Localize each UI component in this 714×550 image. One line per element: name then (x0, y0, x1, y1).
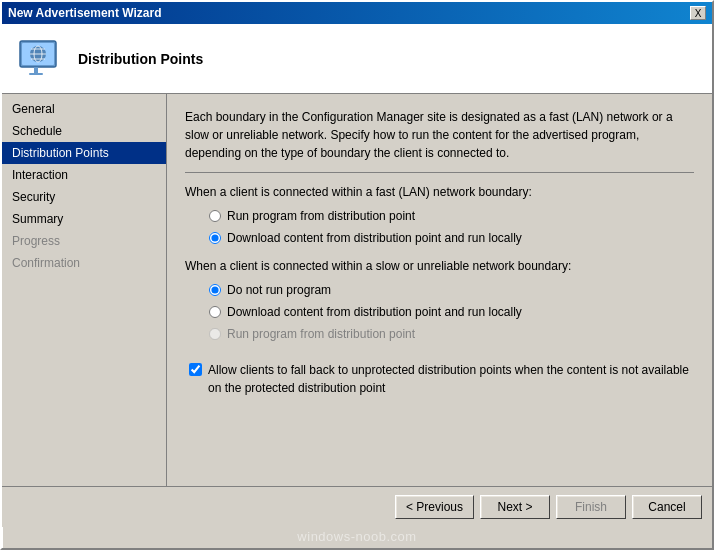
slow-radio-do-not-run[interactable] (209, 284, 221, 296)
main-content: Each boundary in the Configuration Manag… (167, 94, 712, 486)
cancel-button[interactable]: Cancel (632, 495, 702, 519)
slow-network-label: When a client is connected within a slow… (185, 259, 694, 273)
fast-option-download[interactable]: Download content from distribution point… (209, 231, 694, 245)
watermark: windows-noob.com (2, 527, 712, 548)
wizard-header: Distribution Points (2, 24, 712, 94)
header-icon (16, 35, 64, 83)
wizard-window: New Advertisement Wizard X Distribution … (0, 0, 714, 550)
wizard-footer: < Previous Next > Finish Cancel (2, 486, 712, 527)
fast-radio-download[interactable] (209, 232, 221, 244)
slow-option-download[interactable]: Download content from distribution point… (209, 305, 694, 319)
sidebar-item-confirmation: Confirmation (2, 252, 166, 274)
description-text: Each boundary in the Configuration Manag… (185, 108, 694, 162)
close-button[interactable]: X (690, 6, 706, 20)
slow-option-do-not-run[interactable]: Do not run program (209, 283, 694, 297)
section-divider (185, 172, 694, 173)
slow-network-section: When a client is connected within a slow… (185, 259, 694, 341)
previous-button[interactable]: < Previous (395, 495, 474, 519)
slow-radio-run (209, 328, 221, 340)
sidebar-item-distribution-points[interactable]: Distribution Points (2, 142, 166, 164)
slow-option-download-label: Download content from distribution point… (227, 305, 522, 319)
sidebar-item-schedule[interactable]: Schedule (2, 120, 166, 142)
window-title: New Advertisement Wizard (8, 6, 162, 20)
fast-network-options: Run program from distribution point Down… (209, 209, 694, 245)
slow-option-run: Run program from distribution point (209, 327, 694, 341)
fast-option-run[interactable]: Run program from distribution point (209, 209, 694, 223)
sidebar: General Schedule Distribution Points Int… (2, 94, 167, 486)
slow-network-options: Do not run program Download content from… (209, 283, 694, 341)
slow-option-run-label: Run program from distribution point (227, 327, 415, 341)
fast-radio-run[interactable] (209, 210, 221, 222)
sidebar-item-general[interactable]: General (2, 98, 166, 120)
fast-network-label: When a client is connected within a fast… (185, 185, 694, 199)
next-button[interactable]: Next > (480, 495, 550, 519)
slow-radio-download[interactable] (209, 306, 221, 318)
fallback-checkbox-label: Allow clients to fall back to unprotecte… (208, 361, 690, 397)
fast-option-run-label: Run program from distribution point (227, 209, 415, 223)
finish-button: Finish (556, 495, 626, 519)
svg-rect-3 (29, 73, 43, 75)
fast-option-download-label: Download content from distribution point… (227, 231, 522, 245)
sidebar-item-interaction[interactable]: Interaction (2, 164, 166, 186)
sidebar-item-summary[interactable]: Summary (2, 208, 166, 230)
header-title: Distribution Points (78, 51, 203, 67)
svg-rect-2 (34, 67, 38, 73)
fallback-checkbox-row[interactable]: Allow clients to fall back to unprotecte… (185, 361, 694, 397)
slow-option-do-not-run-label: Do not run program (227, 283, 331, 297)
sidebar-item-progress: Progress (2, 230, 166, 252)
fallback-checkbox[interactable] (189, 363, 202, 376)
content-area: General Schedule Distribution Points Int… (2, 94, 712, 486)
sidebar-item-security[interactable]: Security (2, 186, 166, 208)
title-bar: New Advertisement Wizard X (2, 2, 712, 24)
